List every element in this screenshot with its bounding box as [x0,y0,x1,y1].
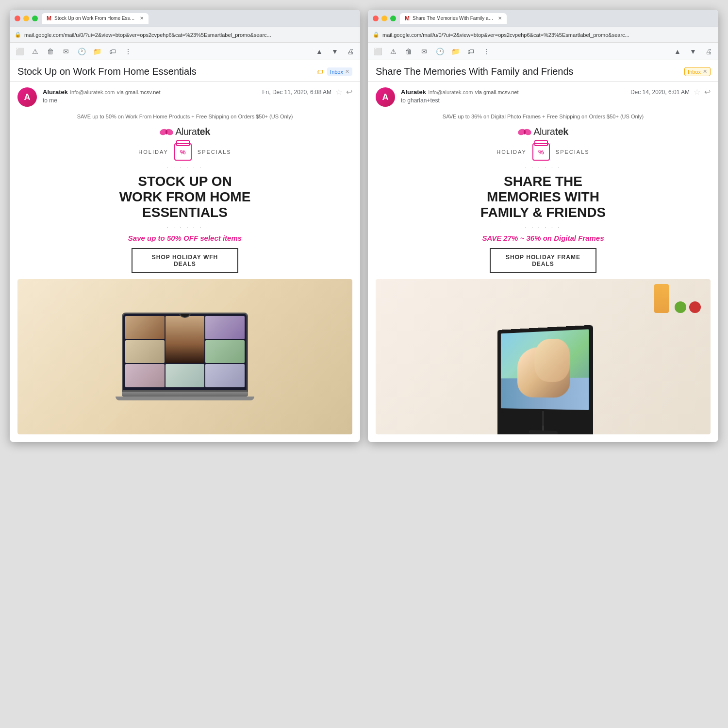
inbox-badge-2[interactable]: Inbox ✕ [684,67,711,76]
gmail-favicon-1: M [47,15,51,22]
reply-button-1[interactable]: ↩ [346,87,352,97]
gift-percent-1: % [180,149,186,156]
divider-2 [368,81,718,82]
product-image-2 [376,279,711,434]
label-icon[interactable]: ✉ [61,47,71,56]
digital-frame-graphic [497,325,593,434]
gmail-favicon-2: M [405,15,410,22]
laptop-keyboard [116,397,254,400]
headline-line2-1: WORK FROM HOME [17,189,352,205]
laptop-base [122,392,248,397]
address-bar-1: 🔒 mail.google.com/mail/u/0/?ui=2&view=bt… [10,27,360,43]
vc-main-person [165,316,205,363]
reply-button-2[interactable]: ↩ [704,87,711,97]
tab-title-1: Stock Up on Work From Home Essentials - … [54,16,137,21]
maximize-button-2[interactable] [390,16,396,21]
minimize-button-1[interactable] [23,16,29,21]
nav-down-icon-1[interactable]: ▼ [330,47,340,56]
inbox-close-1[interactable]: ✕ [345,68,349,75]
print-icon-2[interactable]: 🖨 [704,47,713,56]
laptop-scene [17,279,352,434]
close-tab-1[interactable]: ✕ [140,16,144,21]
window-controls-1 [15,16,38,21]
archive-icon[interactable]: ⬜ [15,47,24,56]
holiday-right-2: SPECIALS [556,149,590,155]
nav-up-icon-1[interactable]: ▲ [314,47,324,56]
headline-line3-1: ESSENTIALS [17,205,352,220]
close-button-1[interactable] [15,16,20,21]
to-field-1: to me [43,97,256,104]
snooze-icon[interactable]: 🕐 [77,47,86,56]
sender-avatar-1: A [17,87,37,107]
brand-logo-2: Aluratek [376,122,711,139]
via-text-1: via [117,89,125,95]
brand-wordmark-1: Aluratek [175,126,210,137]
headline-line3-2: FAMILY & FRIENDS [376,205,711,220]
browser-tab-2[interactable]: M Share The Memories With Family and Fri… [400,13,507,24]
delete-icon-2[interactable]: 🗑 [404,47,414,56]
nav-up-icon-2[interactable]: ▲ [673,47,682,56]
spam-icon-2[interactable]: ⚠ [388,47,398,56]
dots-4: · · · · · · [376,225,711,230]
holiday-specials-2: HOLIDAY % SPECIALS [376,143,711,161]
svg-point-5 [524,130,526,134]
subject-row-1: Stock Up on Work From Home Essentials 🏷 … [10,60,360,79]
sub-headline-1: Save up to 50% OFF select items [17,234,352,242]
email-subject-2: Share The Memories With Family and Frien… [376,66,680,77]
url-bar-2[interactable]: mail.google.com/mail/u/0/?ui=2&view=btop… [382,32,713,38]
print-icon-1[interactable]: 🖨 [346,47,355,56]
tag-icon[interactable]: 🏷 [108,47,117,56]
delete-icon[interactable]: 🗑 [46,47,55,56]
snooze-icon-2[interactable]: 🕐 [435,47,445,56]
nav-down-icon-2[interactable]: ▼ [688,47,698,56]
move-icon[interactable]: 📁 [92,47,102,56]
close-button-2[interactable] [373,16,379,21]
move-icon-2[interactable]: 📁 [450,47,460,56]
dots-2: · · · · · · [17,225,352,230]
inbox-close-2[interactable]: ✕ [703,68,707,75]
email-date-1: Fri, Dec 11, 2020, 6:08 AM [262,89,331,96]
more-icon-2[interactable]: ⋮ [481,47,491,56]
star-button-1[interactable]: ☆ [335,87,342,97]
browser-tab-1[interactable]: M Stock Up on Work From Home Essentials … [42,13,149,24]
frame-screen [501,329,589,410]
frame-kids-photo [501,329,589,410]
holiday-left-1: HOLIDAY [138,149,168,155]
inbox-badge-1[interactable]: Inbox ✕ [327,67,352,76]
email-content-1: Stock Up on Work From Home Essentials 🏷 … [10,60,360,442]
tab-title-2: Share The Memories With Family and Frien… [413,16,495,21]
email-body-1: Aluratek HOLIDAY % SPECIALS · · · · · · … [10,122,360,442]
url-bar-1[interactable]: mail.google.com/mail/u/0/?ui=2&view=btop… [24,32,355,38]
promo-text-2: SAVE up to 36% on Digital Photo Frames +… [368,111,718,122]
more-icon-1[interactable]: ⋮ [123,47,133,56]
star-button-2[interactable]: ☆ [694,87,700,97]
spam-icon[interactable]: ⚠ [30,47,40,56]
lock-icon-1: 🔒 [15,32,21,38]
brand-logo-1: Aluratek [17,122,352,139]
sender-avatar-2: A [376,87,395,107]
cta-button-2[interactable]: SHOP HOLIDAY FRAME DEALS [490,248,596,273]
desktop: M Stock Up on Work From Home Essentials … [10,10,718,442]
tag-icon-2[interactable]: 🏷 [466,47,476,56]
via-domain-1: gmail.mcsv.net [125,89,161,95]
minimize-button-2[interactable] [381,16,387,21]
cta-button-1[interactable]: SHOP HOLIDAY WFH DEALS [132,248,238,273]
sender-name-2: Aluratek [401,88,426,96]
maximize-button-1[interactable] [32,16,38,21]
person-silhouette [165,316,205,363]
gift-percent-2: % [538,149,544,156]
vc-cell-5 [125,364,165,387]
holiday-left-2: HOLIDAY [496,149,526,155]
sender-name-1: Aluratek [43,88,68,96]
vc-cell-4 [205,340,245,364]
archive-icon-2[interactable]: ⬜ [373,47,382,56]
sender-row-2: A Aluratek info@aluratek.com via gmail.m… [368,83,718,111]
bg-items [654,284,701,313]
sender-info-2: Aluratek info@aluratek.com via gmail.mcs… [401,87,625,104]
promo-text-1: SAVE up to 50% on Work From Home Product… [10,111,360,122]
close-tab-2[interactable]: ✕ [498,16,502,21]
browser-window-2: M Share The Memories With Family and Fri… [368,10,718,442]
apple-fruit [689,301,701,313]
holiday-right-1: SPECIALS [198,149,232,155]
label-icon-2[interactable]: ✉ [419,47,429,56]
